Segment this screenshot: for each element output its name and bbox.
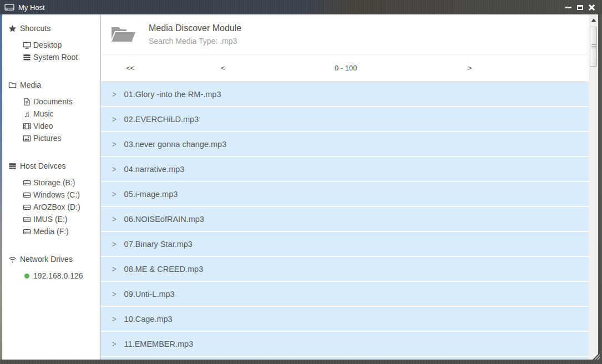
drive-icon: [22, 191, 32, 199]
chevron-right-icon: >: [112, 139, 117, 149]
sidebar-item-media-f[interactable]: Media (F:): [22, 225, 100, 237]
film-icon: [22, 122, 32, 130]
sidebar-section: Host Deivces Storage (B:) Windows (C:) A…: [8, 160, 100, 237]
chevron-right-icon: >: [112, 239, 117, 249]
sidebar-section-label: Shorcuts: [20, 24, 50, 33]
minimize-button[interactable]: [564, 3, 573, 12]
hard-drive-icon: [4, 3, 14, 11]
pagination-next-button[interactable]: >: [463, 62, 477, 74]
titlebar: My Host: [0, 0, 602, 14]
drive-icon: [22, 179, 32, 187]
document-icon: [22, 98, 32, 106]
file-item[interactable]: > 07.Binary Star.mp3: [101, 232, 589, 256]
chevron-right-icon: >: [112, 89, 117, 99]
sidebar-item-documents[interactable]: Documents: [22, 95, 100, 108]
file-item[interactable]: > 03.never gonna change.mp3: [101, 132, 589, 156]
star-icon: [8, 24, 17, 33]
file-item[interactable]: > 04.narrative.mp3: [101, 157, 589, 181]
sidebar-item-192-168-0-126[interactable]: 192.168.0.126: [22, 270, 100, 282]
chevron-right-icon: >: [112, 164, 117, 174]
pagination-range-label: 0 - 100: [330, 62, 361, 74]
file-item[interactable]: > 09.Unti-L.mp3: [101, 282, 589, 306]
sidebar-section-shorcuts: Shorcuts: [8, 22, 100, 34]
file-item[interactable]: > 06.NOISEofRAIN.mp3: [101, 207, 589, 231]
module-title: Media Discover Module: [149, 23, 241, 33]
drive-icon: [22, 215, 32, 224]
drive-icon: [22, 203, 32, 211]
folder-icon: [8, 81, 17, 89]
sidebar-section-label: Host Deivces: [20, 161, 65, 170]
file-name: 09.Unti-L.mp3: [124, 290, 175, 299]
drive-icon: [22, 228, 32, 236]
window-border-bottom: [0, 360, 602, 364]
chevron-right-icon: >: [112, 114, 117, 124]
file-name: 06.NOISEofRAIN.mp3: [124, 215, 204, 224]
sidebar-section-label: Network Drives: [20, 255, 73, 264]
sidebar-section: Network Drives 192.168.0.126: [8, 253, 100, 282]
music-note-icon: ♫: [22, 110, 32, 118]
sidebar-item-windows-c[interactable]: Windows (C:): [22, 189, 100, 201]
monitor-icon: [22, 41, 32, 49]
file-name: 07.Binary Star.mp3: [124, 240, 193, 249]
scrollbar-thumb[interactable]: [590, 27, 597, 67]
window-border-right: [598, 14, 602, 360]
wifi-icon: [8, 255, 17, 264]
sidebar-section-label: Media: [20, 80, 41, 89]
module-header: Media Discover Module Search Media Type:…: [101, 14, 589, 54]
file-name: 05.i-mage.mp3: [124, 190, 178, 199]
file-item[interactable]: > 11.EMEMBER.mp3: [101, 332, 589, 356]
chevron-right-icon: >: [112, 264, 117, 274]
chevron-right-icon: >: [112, 314, 117, 323]
chevron-right-icon: >: [112, 189, 117, 199]
pagination-bar: << < 0 - 100 >: [101, 54, 589, 82]
sidebar-item-video[interactable]: Video: [22, 120, 100, 132]
file-name: 10.Cage.mp3: [124, 315, 173, 323]
file-name: 04.narrative.mp3: [124, 165, 185, 174]
file-item[interactable]: > 02.EVERCHiLD.mp3: [101, 107, 589, 131]
window-controls: [564, 3, 602, 12]
sidebar: Shorcuts Desktop System Root Media Docum…: [2, 14, 100, 360]
pagination-first-button[interactable]: <<: [122, 62, 139, 74]
file-name: 03.never gonna change.mp3: [124, 140, 227, 149]
picture-icon: [22, 134, 32, 143]
server-stack-icon: [22, 53, 32, 62]
window: My Host Shorcuts Desktop System Root Med…: [0, 0, 602, 364]
chevron-right-icon: >: [112, 214, 117, 224]
file-name: 11.EMEMBER.mp3: [124, 340, 194, 348]
file-item[interactable]: > 01.Glory -into the RM-.mp3: [101, 82, 589, 106]
sidebar-item-imus-e[interactable]: IMUS (E:): [22, 213, 100, 225]
file-item[interactable]: > 10.Cage.mp3: [101, 307, 589, 331]
resize-grip-icon[interactable]: [591, 351, 600, 362]
green-dot-icon: [22, 272, 32, 280]
close-button[interactable]: [587, 3, 596, 12]
scrollbar: [589, 14, 598, 360]
file-list: > 01.Glory -into the RM-.mp3 > 02.EVERCH…: [101, 82, 589, 360]
sidebar-section-media: Media: [8, 79, 100, 91]
file-item[interactable]: > 08.ME & CREED.mp3: [101, 257, 589, 281]
sidebar-section: Media Documents ♫ Music Video Pictures: [8, 79, 100, 144]
sidebar-item-arozbox-d[interactable]: ArOZBox (D:): [22, 201, 100, 213]
file-name: 08.ME & CREED.mp3: [124, 265, 204, 274]
window-title: My Host: [18, 3, 45, 12]
chevron-right-icon: >: [112, 339, 117, 348]
sidebar-item-system-root[interactable]: System Root: [22, 51, 100, 63]
sidebar-section-host-deivces: Host Deivces: [8, 160, 100, 172]
sidebar-item-desktop[interactable]: Desktop: [22, 39, 100, 51]
server-stack-icon: [8, 162, 17, 170]
main-panel: Media Discover Module Search Media Type:…: [101, 14, 589, 360]
pagination-prev-button[interactable]: <: [216, 62, 230, 74]
scroll-up-button[interactable]: [589, 16, 598, 24]
module-subtitle: Search Media Type: .mp3: [149, 37, 241, 46]
sidebar-item-storage-b[interactable]: Storage (B:): [22, 176, 100, 189]
sidebar-item-pictures[interactable]: Pictures: [22, 132, 100, 144]
sidebar-section-network-drives: Network Drives: [8, 253, 100, 265]
file-item[interactable]: > 05.i-mage.mp3: [101, 182, 589, 206]
chevron-right-icon: >: [112, 289, 117, 299]
file-name: 01.Glory -into the RM-.mp3: [124, 90, 221, 99]
open-folder-icon: [110, 23, 139, 46]
sidebar-section: Shorcuts Desktop System Root: [8, 22, 100, 63]
sidebar-item-music[interactable]: ♫ Music: [22, 108, 100, 120]
maximize-button[interactable]: [575, 3, 585, 12]
file-name: 02.EVERCHiLD.mp3: [124, 115, 199, 124]
